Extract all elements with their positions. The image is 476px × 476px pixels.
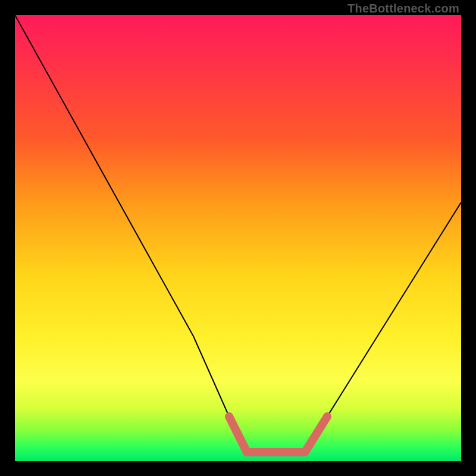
bottleneck-curve-line [15, 15, 461, 452]
chart-overlay [15, 15, 461, 461]
watermark-label: TheBottleneck.com [347, 2, 459, 15]
chart-frame: TheBottleneck.com [0, 0, 476, 476]
plot-area [15, 15, 461, 461]
optimal-zone-highlight [229, 416, 327, 452]
